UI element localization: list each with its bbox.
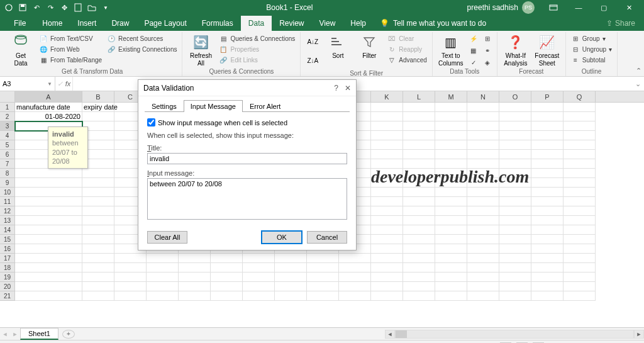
user-account[interactable]: preethi sadhish PS (467, 1, 541, 14)
flash-fill-button[interactable]: ⚡ (468, 33, 479, 43)
cell[interactable] (531, 159, 564, 169)
row-header-7[interactable]: 7 (0, 159, 15, 169)
cell[interactable] (15, 273, 82, 282)
cell[interactable] (211, 273, 243, 282)
cell[interactable] (82, 197, 114, 206)
cell[interactable] (15, 206, 82, 216)
cell[interactable] (82, 216, 114, 225)
tab-review[interactable]: Review (272, 16, 311, 31)
cell[interactable] (435, 273, 467, 282)
col-header-P[interactable]: P (531, 91, 564, 102)
col-header-L[interactable]: L (403, 91, 435, 102)
cell[interactable] (499, 197, 531, 206)
row-header-12[interactable]: 12 (0, 206, 15, 216)
advanced-filter-button[interactable]: ▽Advanced (386, 55, 428, 65)
cell[interactable] (243, 263, 275, 273)
cell[interactable] (564, 282, 596, 291)
cell[interactable] (467, 263, 499, 273)
cell[interactable] (467, 150, 499, 159)
forecast-sheet-button[interactable]: 📈 Forecast Sheet (533, 33, 562, 67)
cell[interactable] (275, 273, 307, 282)
ok-button[interactable]: OK (262, 231, 302, 244)
cell[interactable] (211, 254, 243, 263)
cell[interactable] (403, 273, 435, 282)
cell[interactable] (371, 254, 403, 263)
cell[interactable] (82, 291, 114, 301)
cell[interactable] (147, 282, 179, 291)
cell[interactable] (499, 206, 531, 216)
tab-page-layout[interactable]: Page Layout (136, 16, 194, 31)
cell[interactable] (531, 150, 564, 159)
get-data-button[interactable]: Get Data (6, 33, 35, 67)
cell[interactable] (435, 103, 467, 112)
cell[interactable] (82, 225, 114, 235)
cell[interactable] (435, 121, 467, 131)
cell[interactable] (531, 273, 564, 282)
col-header-K[interactable]: K (371, 91, 403, 102)
tab-help[interactable]: Help (343, 16, 374, 31)
cell[interactable] (435, 112, 467, 121)
maximize-icon[interactable]: ▢ (591, 0, 616, 15)
cell[interactable] (435, 131, 467, 140)
cell[interactable] (499, 235, 531, 244)
input-message-textarea[interactable]: between 20/07 to 20/08 (147, 178, 347, 220)
name-box[interactable]: A3 ▼ (0, 77, 55, 91)
cell[interactable] (371, 291, 403, 301)
cell[interactable] (403, 188, 435, 197)
cell[interactable] (467, 103, 499, 112)
cell[interactable] (147, 273, 179, 282)
recent-sources-button[interactable]: 🕑Recent Sources (106, 33, 178, 43)
cell[interactable] (82, 169, 114, 178)
cell[interactable] (564, 225, 596, 235)
cell[interactable] (403, 140, 435, 150)
cell[interactable] (15, 178, 82, 188)
col-header-A[interactable]: A (15, 91, 82, 102)
cell[interactable] (499, 273, 531, 282)
tab-view[interactable]: View (312, 16, 343, 31)
row-header-1[interactable]: 1 (0, 103, 15, 112)
cell[interactable] (499, 244, 531, 254)
dialog-close-icon[interactable]: ✕ (345, 84, 351, 93)
cell[interactable] (82, 188, 114, 197)
cell[interactable] (435, 140, 467, 150)
dialog-tab-settings[interactable]: Settings (145, 100, 184, 112)
cell[interactable] (339, 263, 371, 273)
cell[interactable] (564, 244, 596, 254)
row-header-10[interactable]: 10 (0, 188, 15, 197)
tab-home[interactable]: Home (35, 16, 70, 31)
cell[interactable] (243, 291, 275, 301)
cell[interactable] (403, 206, 435, 216)
cell[interactable] (531, 282, 564, 291)
cell[interactable] (531, 197, 564, 206)
cell[interactable] (403, 112, 435, 121)
cell[interactable] (275, 263, 307, 273)
cell[interactable] (499, 150, 531, 159)
cell[interactable] (371, 244, 403, 254)
cell[interactable] (499, 131, 531, 140)
cell[interactable] (467, 225, 499, 235)
dialog-help-icon[interactable]: ? (334, 84, 338, 93)
cell[interactable] (403, 150, 435, 159)
row-header-17[interactable]: 17 (0, 254, 15, 263)
cell[interactable] (499, 121, 531, 131)
cell[interactable] (403, 282, 435, 291)
ribbon-display-icon[interactable] (541, 0, 566, 15)
row-header-18[interactable]: 18 (0, 263, 15, 273)
cell[interactable] (564, 178, 596, 188)
cell[interactable] (531, 291, 564, 301)
row-header-14[interactable]: 14 (0, 225, 15, 235)
sort-az-button[interactable]: A↓Z Z↓A (304, 33, 321, 70)
cell[interactable] (531, 206, 564, 216)
cell[interactable] (403, 103, 435, 112)
cell[interactable] (15, 263, 82, 273)
cell[interactable] (82, 235, 114, 244)
cancel-button[interactable]: Cancel (307, 231, 347, 244)
queries-connections-button[interactable]: ▤Queries & Connections (218, 33, 296, 43)
cell[interactable] (339, 273, 371, 282)
horizontal-scrollbar[interactable]: ◄ ► (385, 330, 644, 339)
col-header-M[interactable]: M (435, 91, 467, 102)
cell[interactable] (15, 169, 82, 178)
cell[interactable] (307, 291, 339, 301)
cell[interactable] (371, 140, 403, 150)
col-header-B[interactable]: B (82, 91, 114, 102)
